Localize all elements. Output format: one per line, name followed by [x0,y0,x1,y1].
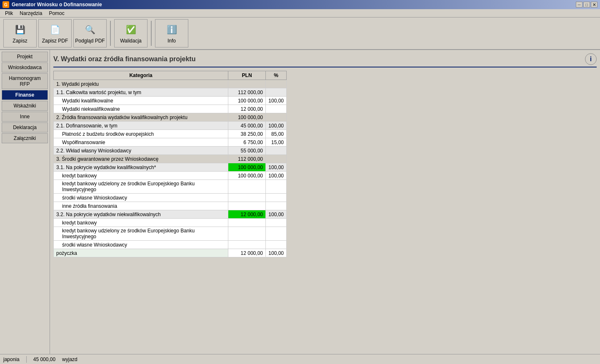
sidebar-item-inne[interactable]: Inne [2,112,48,122]
podglad-pdf-button[interactable]: 🔍 Podgląd PDF [73,19,107,47]
cell-kategoria: środki własne Wnioskodawcy [54,194,228,202]
table-row: 1. Wydatki projektu [54,80,287,88]
cell-pln[interactable]: 100 000,00 [228,97,266,105]
menu-narzedzia[interactable]: Narzędzia [16,10,45,17]
table-row: kredyt bankowy100 000,00100,00 [54,172,287,180]
info-label: Info [168,38,176,44]
main-layout: Projekt Wnioskodawca Harmonogram RFP Fin… [0,50,600,354]
cell-kategoria: Płatność z budżetu środków europejskich [54,130,228,138]
cell-pln[interactable] [228,241,266,249]
section-header: V. Wydatki oraz źródła finansowania proj… [53,53,597,67]
cell-kategoria: kredyt bankowy udzielony ze środków Euro… [54,180,228,194]
table-row: 2.1. Dofinansowanie, w tym45 000,00100,0… [54,122,287,130]
minimize-button[interactable]: ─ [576,2,582,7]
cell-kategoria: 2.2. Wkład własny Wnioskodawcy [54,147,228,155]
sidebar-item-deklaracja[interactable]: Deklaracja [2,122,48,132]
section-title: V. Wydatki oraz źródła finansowania proj… [53,55,585,63]
table-row: kredyt bankowy [54,219,287,227]
cell-pct [265,180,286,194]
walidacja-button[interactable]: ✅ Walidacja [114,19,148,47]
cell-pln[interactable]: 100 000,00 [228,172,266,180]
section-info-button[interactable]: i [585,53,597,65]
cell-pln[interactable]: 112 000,00 [228,155,266,163]
cell-pct [265,202,286,210]
cell-kategoria: środki własne Wnioskodawcy [54,241,228,249]
menu-bar: Plik Narzędzia Pomoc [0,9,600,17]
sidebar-item-wnioskodawca[interactable]: Wnioskodawca [2,62,48,72]
toolbar-separator [110,21,111,46]
walidacja-label: Walidacja [120,38,142,44]
table-row: 2. Źródła finansowania wydatków kwalifik… [54,113,287,122]
table-row: 2.2. Wkład własny Wnioskodawcy55 000,00 [54,147,287,155]
cell-kategoria: pożyczka [54,249,228,257]
col-header-kategoria: Kategoria [54,71,228,80]
toolbar-separator-2 [151,21,152,46]
save-pdf-icon: 📄 [48,23,62,36]
cell-kategoria: kredyt bankowy [54,219,228,227]
table-row: inne źródła finansowania [54,202,287,210]
cell-pct [265,241,286,249]
cell-pct [265,113,286,122]
table-row: 3.2. Na pokrycie wydatków niekwalifikowa… [54,210,287,219]
cell-pct: 100,00 [265,122,286,130]
zapisz-label: Zapisz [12,38,27,44]
cell-kategoria: 1.1. Całkowita wartość projektu, w tym [54,88,228,97]
cell-kategoria: 3.1. Na pokrycie wydatków kwalifikowalny… [54,163,228,172]
table-row: Płatność z budżetu środków europejskich3… [54,130,287,138]
cell-pct [265,105,286,113]
toolbar: 💾 Zapisz 📄 Zapisz PDF 🔍 Podgląd PDF ✅ Wa… [0,17,600,50]
content-area: V. Wydatki oraz źródła finansowania proj… [50,50,600,354]
cell-pct [265,219,286,227]
table-row: 3. Środki gwarantowane przez Wnioskodawc… [54,155,287,163]
sidebar-item-zalaczniki[interactable]: Załączniki [2,133,48,143]
cell-pln[interactable]: 55 000,00 [228,147,266,155]
cell-pln[interactable] [228,202,266,210]
maximize-button[interactable]: □ [583,2,590,7]
cell-pln[interactable] [228,180,266,194]
cell-pln[interactable] [228,80,266,88]
menu-plik[interactable]: Plik [2,10,16,17]
app-icon: G [2,1,9,8]
cell-kategoria: 3. Środki gwarantowane przez Wnioskodawc… [54,155,228,163]
finance-table: Kategoria PLN % 1. Wydatki projektu1.1. … [53,71,287,257]
col-header-pct: % [265,71,286,80]
window-title: Generator Wniosku o Dofinansowanie [12,2,102,7]
cell-kategoria: Współfinansowanie [54,138,228,147]
window-controls: ─ □ ✕ [576,2,598,7]
col-header-pln: PLN [228,71,266,80]
cell-pln[interactable] [228,227,266,241]
info-button[interactable]: ℹ️ Info [155,19,188,47]
cell-pln[interactable]: 100 000,00 [228,113,266,122]
validate-icon: ✅ [124,23,138,36]
cell-kategoria: 3.2. Na pokrycie wydatków niekwalifikowa… [54,210,228,219]
cell-pln[interactable]: 12 000,00 [228,249,266,257]
cell-kategoria: 1. Wydatki projektu [54,80,228,88]
cell-pct [265,227,286,241]
sidebar-item-wskazniki[interactable]: Wskaźniki [2,101,48,111]
cell-pln[interactable]: 112 000,00 [228,88,266,97]
zapisz-pdf-button[interactable]: 📄 Zapisz PDF [38,19,72,47]
cell-pln[interactable]: 6 750,00 [228,138,266,147]
zapisz-button[interactable]: 💾 Zapisz [3,19,37,47]
sidebar: Projekt Wnioskodawca Harmonogram RFP Fin… [0,50,50,354]
close-button[interactable]: ✕ [591,2,598,7]
cell-pct: 100,00 [265,210,286,219]
zapisz-pdf-label: Zapisz PDF [42,38,68,44]
cell-pln[interactable] [228,194,266,202]
table-row: środki własne Wnioskodawcy [54,194,287,202]
status-field3: wyjazd [62,357,78,362]
cell-pln[interactable]: 45 000,00 [228,122,266,130]
cell-pln[interactable] [228,219,266,227]
sidebar-item-harmonogram[interactable]: Harmonogram RFP [2,73,48,89]
cell-pln[interactable]: 38 250,00 [228,130,266,138]
cell-pln[interactable]: 12 000,00 [228,105,266,113]
cell-pct: 100,00 [265,163,286,172]
cell-pln[interactable]: 100 000,00 [228,163,266,172]
table-row: kredyt bankowy udzielony ze środków Euro… [54,180,287,194]
menu-pomoc[interactable]: Pomoc [45,10,68,17]
cell-pln[interactable]: 12 000,00 [228,210,266,219]
table-row: pożyczka12 000,00100,00 [54,249,287,257]
status-field1: japonia [3,357,20,362]
sidebar-item-finanse[interactable]: Finanse [2,90,48,100]
sidebar-item-projekt[interactable]: Projekt [2,52,48,62]
